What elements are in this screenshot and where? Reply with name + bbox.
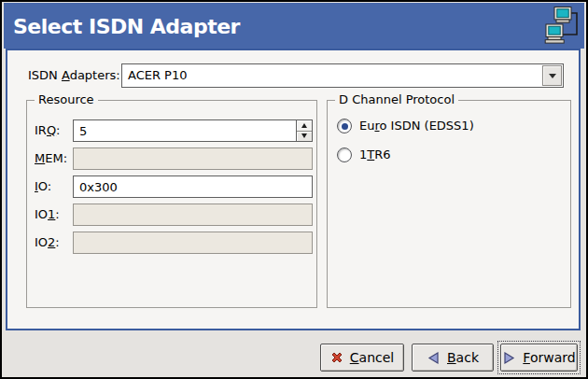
io2-row: IO2: — [27, 232, 316, 254]
d-channel-protocol-title: D Channel Protocol — [335, 92, 458, 106]
radio-1tr6-label: 1TR6 — [359, 147, 391, 163]
irq-label: IRQ: — [35, 119, 61, 142]
right-arrow-icon — [502, 351, 516, 365]
radio-button-icon — [337, 119, 352, 133]
network-computers-icon — [543, 6, 581, 47]
isdn-adapters-label: ISDN Adapters: — [28, 63, 120, 88]
io-input[interactable] — [73, 175, 313, 198]
back-computer — [554, 7, 571, 23]
io1-input — [73, 204, 313, 226]
radio-button-icon — [337, 147, 352, 162]
back-button-label: Back — [447, 350, 479, 365]
dropdown-arrow-icon[interactable] — [542, 65, 562, 86]
dialog-title: Select ISDN Adapter — [13, 14, 240, 37]
io2-label: IO2: — [35, 232, 60, 254]
irq-row: IRQ: — [27, 119, 316, 142]
d-channel-protocol-group: D Channel Protocol Euro ISDN (EDSS1) 1TR… — [327, 100, 571, 308]
resource-group: Resource IRQ: MEM: IO: IO1: — [26, 100, 317, 308]
radio-euro-isdn[interactable]: Euro ISDN (EDSS1) — [337, 118, 474, 134]
spin-up-arrow-icon[interactable] — [297, 120, 312, 132]
titlebar: Select ISDN Adapter — [4, 3, 584, 49]
mem-input — [73, 147, 313, 170]
forward-button-label: Forward — [523, 350, 575, 365]
irq-input[interactable] — [73, 119, 296, 142]
cancel-button[interactable]: Cancel — [320, 344, 404, 372]
radio-1tr6[interactable]: 1TR6 — [337, 147, 391, 163]
radio-euro-isdn-label: Euro ISDN (EDSS1) — [359, 118, 474, 134]
forward-button[interactable]: Forward — [500, 344, 578, 372]
irq-spin-buttons[interactable] — [296, 119, 313, 142]
front-computer — [545, 24, 564, 43]
mem-row: MEM: — [27, 147, 316, 170]
irq-spinner[interactable] — [73, 119, 313, 142]
isdn-adapter-combobox[interactable]: ACER P10 — [121, 63, 564, 88]
forward-button-focus-ring: Forward — [497, 341, 581, 374]
io1-label: IO1: — [35, 204, 60, 226]
cancel-button-label: Cancel — [350, 350, 394, 365]
io-label: IO: — [35, 175, 51, 198]
back-button[interactable]: Back — [412, 344, 494, 372]
resource-group-title: Resource — [35, 92, 98, 106]
dialog-window: Select ISDN Adapter ISDN Adapters: — [0, 0, 588, 379]
red-x-icon — [330, 351, 343, 364]
left-arrow-icon — [427, 351, 441, 365]
content-panel: ISDN Adapters: ACER P10 Resource IRQ: ME… — [6, 49, 581, 330]
io1-row: IO1: — [27, 204, 316, 226]
combobox-value: ACER P10 — [122, 64, 541, 87]
io-row: IO: — [27, 175, 316, 198]
io2-input — [73, 232, 313, 254]
spin-down-arrow-icon[interactable] — [297, 132, 312, 142]
mem-label: MEM: — [35, 147, 67, 170]
